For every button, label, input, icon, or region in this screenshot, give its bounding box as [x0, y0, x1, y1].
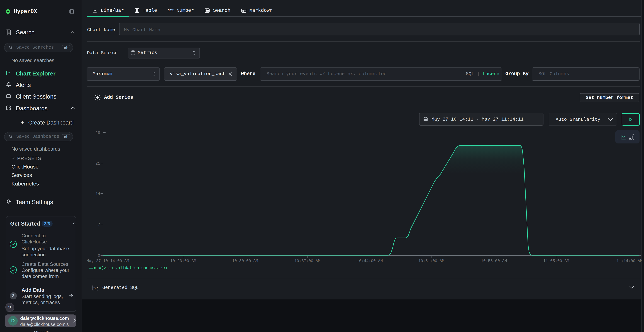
- svg-text:10:58:00 AM: 10:58:00 AM: [481, 259, 507, 263]
- svg-text:10:23:00 AM: 10:23:00 AM: [170, 259, 196, 263]
- svg-text:11:05:00 AM: 11:05:00 AM: [543, 259, 569, 263]
- svg-text:10:37:00 AM: 10:37:00 AM: [294, 259, 320, 263]
- svg-text:7: 7: [98, 222, 100, 227]
- svg-text:10:44:00 AM: 10:44:00 AM: [357, 259, 383, 263]
- svg-text:10:51:00 AM: 10:51:00 AM: [418, 259, 444, 263]
- svg-text:28: 28: [96, 131, 100, 135]
- svg-text:May 27 10:14:00 AM: May 27 10:14:00 AM: [86, 259, 129, 263]
- svg-text:0: 0: [98, 254, 100, 258]
- svg-text:21: 21: [96, 161, 100, 166]
- svg-text:14: 14: [96, 192, 100, 196]
- svg-text:11:14:00 AM: 11:14:00 AM: [616, 259, 642, 263]
- svg-text:10:30:00 AM: 10:30:00 AM: [232, 259, 258, 263]
